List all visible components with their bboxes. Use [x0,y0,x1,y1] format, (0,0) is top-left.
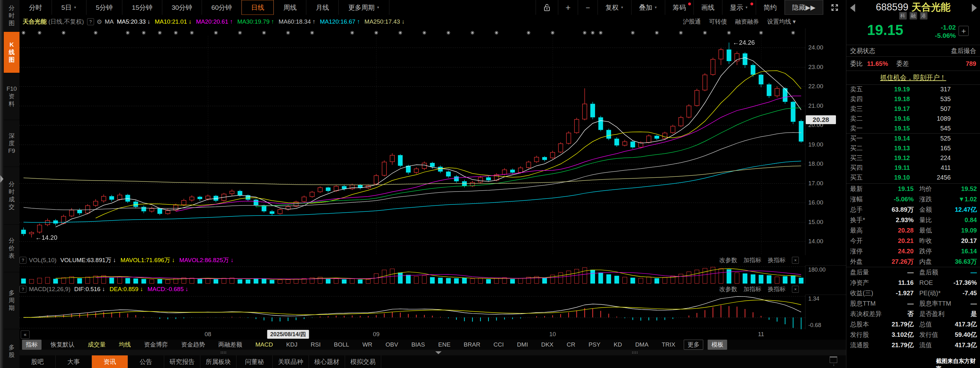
news-tab-大事[interactable]: 大事 [56,355,92,368]
sidebar-item-多周期[interactable]: 多周期 [4,272,19,329]
indicator-tab-恢复默认[interactable]: 恢复默认 [44,341,81,349]
indicator-tab-KDJ[interactable]: KDJ [280,341,304,348]
link-融资融券[interactable]: 融资融券 [735,18,759,26]
next-stock-icon[interactable] [972,4,977,12]
macd-control-换指标[interactable]: 换指标 [768,285,786,293]
news-tab-股吧[interactable]: 股吧 [19,355,56,368]
indicator-tab-CCI[interactable]: CCI [487,341,511,348]
vol-control-换指标[interactable]: 换指标 [768,256,786,264]
period-tab-日线[interactable]: 日线 [242,0,274,15]
candlestick-chart-canvas[interactable] [19,28,805,255]
period-tab-月线[interactable]: 月线 [306,0,339,15]
zoom-out-button[interactable]: － [578,0,598,15]
indicator-tab-资金博弈[interactable]: 资金博弈 [137,341,175,349]
order-row-买二: 买二19.13165 [846,143,980,153]
news-tab-关联品种[interactable]: 关联品种 [273,355,309,368]
link-沪股通[interactable]: 沪股通 [683,18,701,26]
drag-handle-icon[interactable] [632,352,633,352]
news-tab-所属板块[interactable]: 所属板块 [200,355,237,368]
vol-close-icon[interactable]: × [792,257,799,264]
help-icon[interactable]: ? [87,18,94,25]
sidebar-item-多股[interactable]: 多股 [4,329,19,368]
indicator-tab-指标[interactable]: 指标 [22,340,41,350]
price-tick-label: 19.00 [808,141,823,148]
sidebar-item-分时图[interactable]: 分时图 [4,0,19,32]
add-to-watchlist-button[interactable]: ＋ [959,26,969,36]
left-collapse-strip[interactable] [0,0,4,368]
sidebar-item-F10资料[interactable]: F10资料 [4,73,19,120]
macd-chart-canvas[interactable] [19,294,805,329]
period-tab-15分钟[interactable]: 15分钟 [123,0,162,15]
period-tab-60分钟[interactable]: 60分钟 [202,0,242,15]
drag-handle-icon[interactable] [221,352,221,352]
link-设置均线[interactable]: 设置均线 ▾ [767,18,796,26]
indicator-tab-均线[interactable]: 均线 [112,341,137,349]
sidebar-item-K线图[interactable]: K线图 [4,32,19,73]
period-tab-更多周期[interactable]: 更多周期▼ [339,0,389,15]
period-tab-周线[interactable]: 周线 [274,0,306,15]
sidebar-item-深度F9[interactable]: 深度F9 [4,120,19,167]
indicator-tab-资金趋势[interactable]: 资金趋势 [175,341,212,349]
indicator-tab-RSI[interactable]: RSI [304,341,328,348]
sidebar-item-分时成交[interactable]: 分时成交 [4,167,19,225]
indicator-tab-DMA[interactable]: DMA [629,341,655,348]
news-tab-公告[interactable]: 公告 [128,355,164,368]
indicator-tab-MACD[interactable]: MACD [249,341,280,348]
tool-画线-button[interactable]: 画线 [694,0,722,15]
news-tab-资讯[interactable]: 资讯 [92,355,128,368]
indicator-tab-DKX[interactable]: DKX [535,341,560,348]
tool-隐藏-button[interactable]: 隐藏▶▶ [784,0,823,15]
indicator-tab-更多[interactable]: 更多 [684,340,703,350]
indicator-tab-BOLL[interactable]: BOLL [328,341,356,348]
indicator-tab-BIAS[interactable]: BIAS [405,341,431,348]
zoom-in-button[interactable]: ＋ [558,0,578,15]
indicator-tab-CR[interactable]: CR [560,341,582,348]
tool-复权-button[interactable]: 复权▼ [598,0,631,15]
tool-叠加-button[interactable]: 叠加▼ [631,0,665,15]
scroll-back-button[interactable]: « [21,331,30,339]
indicator-tab-WR[interactable]: WR [356,341,379,348]
chart-mode-label: (日线,不复权) [48,18,84,26]
indicator-tab-OBV[interactable]: OBV [379,341,405,348]
fullscreen-icon[interactable] [823,0,846,15]
period-tab-30分钟[interactable]: 30分钟 [162,0,202,15]
indicator-tab-TRIX[interactable]: TRIX [655,341,682,348]
vol-control-加指标[interactable]: 加指标 [743,256,761,264]
indicator-tab-BRAR[interactable]: BRAR [457,341,487,348]
macd-control-改参数[interactable]: 改参数 [719,285,737,293]
news-tab-模拟交易[interactable]: 模拟交易 [345,355,381,368]
period-tab-分时[interactable]: 分时 [19,0,52,15]
popout-panel-icon[interactable]: ↓ [830,356,838,366]
vol-control-改参数[interactable]: 改参数 [719,256,737,264]
news-tab-bar: 股吧大事资讯公告研究报告所属板块问董秘关联品种核心题材模拟交易 [19,355,846,368]
indicator-tab-成交量[interactable]: 成交量 [81,341,112,349]
tool-简约-button[interactable]: 简约 [756,0,784,15]
help-icon[interactable]: ? [19,286,26,293]
indicator-tab-模板[interactable]: 模板 [708,340,727,350]
open-account-link[interactable]: 抓住机会，即刻开户！ [880,73,947,82]
collapse-panel-icon[interactable] [435,351,442,354]
lock-icon[interactable] [536,0,558,15]
tool-筹码-button[interactable]: 筹码 [665,0,694,15]
macd-close-icon[interactable]: × [792,286,799,293]
macd-control-加指标[interactable]: 加指标 [743,285,761,293]
vol-value: MAVOL1:71.696万 ↓ [121,256,175,264]
sidebar-item-分价表[interactable]: 分价表 [4,225,19,272]
period-tab-5分钟[interactable]: 5分钟 [86,0,123,15]
tool-显示-button[interactable]: 显示▼ [722,0,756,15]
indicator-tab-两融差额[interactable]: 两融差额 [212,341,249,349]
volume-chart-canvas[interactable] [19,265,805,283]
link-可转债[interactable]: 可转债 [709,18,727,26]
period-tab-5日[interactable]: 5日▼ [52,0,86,15]
indicator-tab-DMI[interactable]: DMI [511,341,535,348]
gear-icon[interactable]: ⚙ [97,18,102,26]
news-tab-研究报告[interactable]: 研究报告 [164,355,200,368]
help-icon[interactable]: ? [19,257,26,264]
indicator-tab-KD[interactable]: KD [607,341,628,348]
news-tab-问董秘[interactable]: 问董秘 [237,355,273,368]
expand-arrow-icon[interactable] [0,175,3,183]
indicator-tab-ENE[interactable]: ENE [431,341,457,348]
indicator-tab-PSY[interactable]: PSY [582,341,607,348]
news-tab-核心题材[interactable]: 核心题材 [309,355,345,368]
panel-divider[interactable] [19,350,846,356]
